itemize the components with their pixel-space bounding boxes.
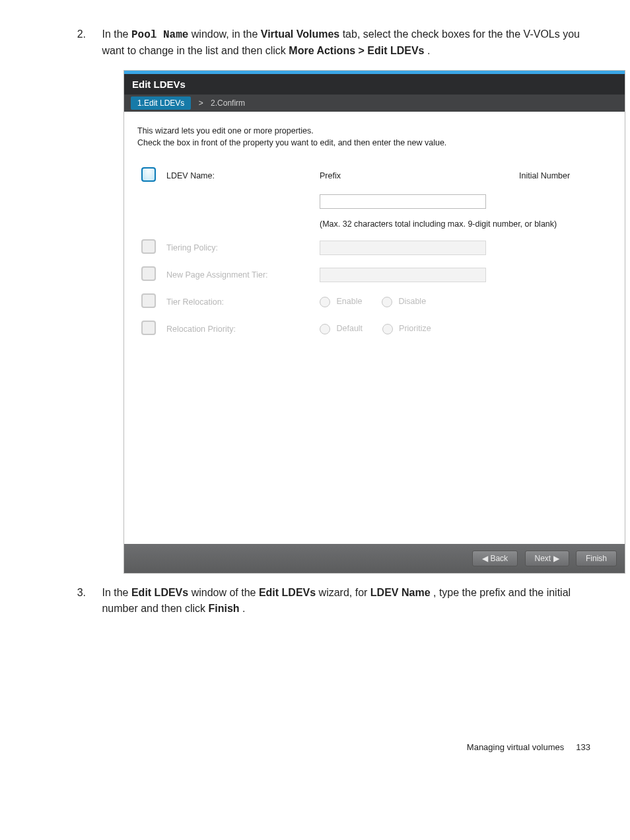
step-2-instruction: 2. In the Pool Name window, in the Virtu… [99,26,617,59]
next-button[interactable]: Next ▶ [525,551,569,566]
tier-relocation-label: Tier Relocation: [162,288,316,315]
tier-relocation-disable-radio[interactable] [382,297,392,307]
text-fragment: wizard, for [319,587,370,598]
section-title: Managing virtual volumes [467,742,564,752]
edit-ldevs-bold-1: Edit LDEVs [131,587,188,598]
pool-name-code: Pool Name [131,29,188,41]
relocation-priority-checkbox[interactable] [141,321,156,335]
wizard-description-1: This wizard lets you edit one or more pr… [137,126,612,135]
ldev-name-row: LDEV Name: Prefix Initial Number [137,162,612,189]
ldev-name-checkbox[interactable] [141,167,156,182]
text-fragment: In the [102,587,131,598]
prefix-label: Prefix [316,162,515,189]
tiering-policy-label: Tiering Policy: [162,234,316,261]
new-page-assignment-select[interactable] [320,268,486,282]
text-fragment: window of the [192,587,259,598]
relocation-priority-label: Relocation Priority: [162,315,316,342]
page-number: 133 [576,742,590,752]
tiering-policy-select[interactable] [320,241,486,255]
text-fragment: window, in the [192,28,261,40]
step-3-number: 3. [66,585,86,601]
text-fragment: . [242,603,245,614]
initial-number-label: Initial Number [515,162,612,189]
prefix-input[interactable] [320,194,486,209]
relocation-priority-prioritize-radio[interactable] [382,324,393,334]
relocation-priority-row: Relocation Priority: Default Prioritize [137,315,612,342]
tier-relocation-row: Tier Relocation: Enable Disable [137,288,612,315]
new-page-assignment-checkbox[interactable] [141,266,156,281]
more-actions-edit-ldevs-label: More Actions > Edit LDEVs [289,45,424,56]
virtual-volumes-label: Virtual Volumes [261,28,339,40]
step-3-instruction: 3. In the Edit LDEVs window of the Edit … [99,585,617,617]
wizard-title: Edit LDEVs [124,74,625,95]
finish-bold: Finish [208,603,239,614]
page-footer: Managing virtual volumes 133 [0,742,590,752]
tier-relocation-enable-radio[interactable] [320,297,330,307]
tiering-policy-checkbox[interactable] [141,239,156,254]
tiering-policy-row: Tiering Policy: [137,234,612,261]
wizard-content: This wizard lets you edit one or more pr… [124,112,625,544]
back-button[interactable]: ◀ Back [472,551,518,566]
step-2-number: 2. [66,26,86,42]
disable-label: Disable [398,297,426,306]
finish-button[interactable]: Finish [576,551,617,566]
tier-relocation-checkbox[interactable] [141,293,156,308]
wizard-step-bar: 1.Edit LDEVs > 2.Confirm [124,95,625,112]
ldev-name-hint-row: (Max. 32 characters total including max.… [137,214,612,234]
ldev-name-label: LDEV Name: [162,162,316,189]
default-label: Default [336,324,363,333]
enable-label: Enable [336,297,362,306]
edit-ldevs-bold-2: Edit LDEVs [259,587,316,598]
edit-ldevs-wizard-screenshot: Edit LDEVs 1.Edit LDEVs > 2.Confirm This… [124,71,625,573]
wizard-description-2: Check the box in front of the property y… [137,138,612,147]
ldev-name-inputs-row [137,189,612,214]
text-fragment: In the [102,28,131,40]
wizard-step-2: 2.Confirm [211,98,245,108]
relocation-priority-default-radio[interactable] [320,324,330,334]
wizard-footer: ◀ Back Next ▶ Finish [124,544,625,573]
prioritize-label: Prioritize [399,324,431,333]
text-fragment: . [427,45,430,56]
chevron-right-icon: > [199,98,203,108]
ldev-name-bold: LDEV Name [370,587,431,598]
new-page-assignment-label: New Page Assignment Tier: [162,261,316,288]
new-page-assignment-row: New Page Assignment Tier: [137,261,612,288]
wizard-step-1[interactable]: 1.Edit LDEVs [131,96,191,110]
ldev-name-hint: (Max. 32 characters total including max.… [316,214,612,234]
